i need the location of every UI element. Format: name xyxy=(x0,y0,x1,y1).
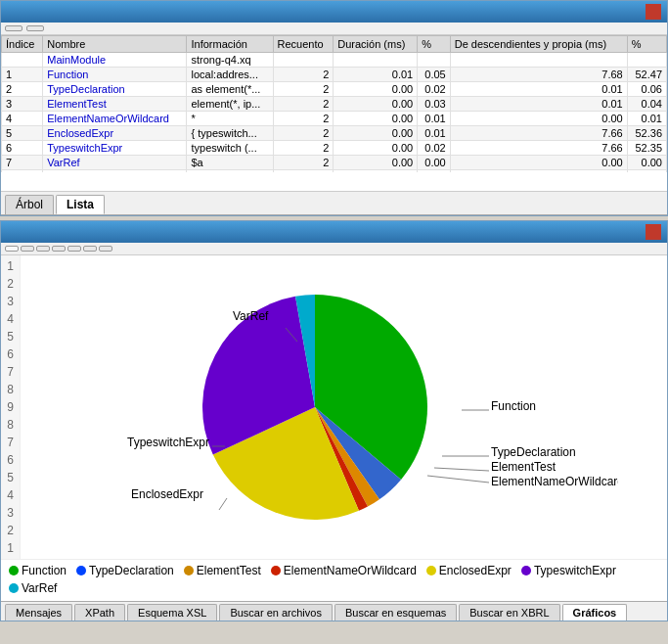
cell-duracion: 0.00 xyxy=(334,126,418,141)
col-desc: De descendientes y propia (ms) xyxy=(450,36,627,53)
table-row[interactable]: 3 ElementTest element(*, ip... 2 0.00 0.… xyxy=(2,97,667,112)
cell-pct: 1.78 xyxy=(418,170,451,173)
cell-info: $a xyxy=(187,156,273,170)
left-label: 6 xyxy=(7,347,14,361)
tab-lista[interactable]: Lista xyxy=(56,195,105,214)
volver-button[interactable] xyxy=(99,246,112,252)
grafico-nuevo-button[interactable] xyxy=(5,246,19,252)
left-label: 2 xyxy=(7,277,14,291)
cell-pct2: 26.39 xyxy=(627,170,666,173)
cell-pct: 0.01 xyxy=(418,126,451,141)
cambiar-tipo-button[interactable] xyxy=(36,246,50,252)
table-row[interactable]: 4 ElementNameOrWildcard * 2 0.00 0.01 0.… xyxy=(2,112,667,126)
left-label: 5 xyxy=(7,330,14,344)
tab-arbol[interactable]: Árbol xyxy=(5,195,54,214)
cell-recuento: 2 xyxy=(273,156,334,170)
legend-dot xyxy=(9,583,19,593)
legend-dot xyxy=(271,566,281,575)
table-row[interactable]: 7 VarRef $a 2 0.00 0.00 0.00 0.00 xyxy=(2,156,667,170)
label-typedeclaration: TypeDeclaration xyxy=(491,445,576,459)
left-label: 9 xyxy=(7,400,14,414)
cell-duracion: 0.00 xyxy=(334,97,418,112)
cell-pct2: 52.35 xyxy=(627,141,666,156)
bottom-tab-gráficos[interactable]: Gráficos xyxy=(562,604,628,621)
superposiciones-button[interactable] xyxy=(21,246,34,252)
graficos-close-button[interactable] xyxy=(646,224,661,240)
bottom-tabs-bar: MensajesXPathEsquema XSLBuscar en archiv… xyxy=(1,601,667,621)
cell-index: 5 xyxy=(2,126,43,141)
cell-index: 4 xyxy=(2,112,43,126)
bottom-tab-buscar-en-esquemas[interactable]: Buscar en esquemas xyxy=(334,604,457,621)
cell-pct2: 0.01 xyxy=(627,112,666,126)
table-row[interactable]: 5 EnclosedExpr { typeswitch... 2 0.00 0.… xyxy=(2,126,667,141)
data-table-container: Índice Nombre Información Recuento Durac… xyxy=(1,35,667,192)
cell-duracion: 0.00 xyxy=(334,156,418,170)
close-button[interactable] xyxy=(646,4,661,20)
exportar-button[interactable] xyxy=(5,25,22,31)
left-label: 7 xyxy=(7,436,14,449)
cell-recuento: 2 xyxy=(273,112,334,126)
table-row[interactable]: 1 Function local:addres... 2 0.01 0.05 7… xyxy=(2,68,667,82)
cell-nombre: TypeDeclaration xyxy=(43,82,187,97)
bottom-tab-xpath[interactable]: XPath xyxy=(74,604,125,621)
cell-pct2: 0.06 xyxy=(627,82,666,97)
table-row[interactable]: 6 TypeswitchExpr typeswitch (... 2 0.00 … xyxy=(2,141,667,156)
cell-nombre: ElementTest xyxy=(43,97,187,112)
cell-pct: 0.02 xyxy=(418,82,451,97)
cell-pct xyxy=(418,53,451,68)
chart-toolbar xyxy=(1,243,667,255)
legend-label: EnclosedExpr xyxy=(439,564,512,577)
seleccionar-datos-button[interactable] xyxy=(67,246,81,252)
graficos-title-bar xyxy=(1,221,667,243)
legend-label: TypeDeclaration xyxy=(89,564,174,577)
pie-chart-svg: Function TypeDeclaration ElementTest Ele… xyxy=(70,265,618,549)
cell-pct: 0.03 xyxy=(418,97,451,112)
cell-info: as element(*... xyxy=(187,82,273,97)
legend-dot xyxy=(184,566,194,575)
cell-pct: 0.05 xyxy=(418,68,451,82)
table-row[interactable]: 8 CaseClause case $zip as... 2 0.26 1.78… xyxy=(2,170,667,173)
table-scroll[interactable]: Índice Nombre Información Recuento Durac… xyxy=(1,35,667,172)
cell-nombre: ElementNameOrWildcard xyxy=(43,112,187,126)
exportar-chart-button[interactable] xyxy=(83,246,97,252)
bottom-tab-esquema-xsl[interactable]: Esquema XSL xyxy=(127,604,217,621)
col-indice: Índice xyxy=(2,36,43,53)
bottom-tab-mensajes[interactable]: Mensajes xyxy=(5,604,72,621)
col-pct: % xyxy=(418,36,451,53)
cell-pct2 xyxy=(627,53,666,68)
cell-desc: 0.00 xyxy=(450,156,627,170)
table-row[interactable]: 2 TypeDeclaration as element(*... 2 0.00… xyxy=(2,82,667,97)
connector-elementnameorwildcard xyxy=(427,476,489,483)
bottom-tab-buscar-en-xbrl[interactable]: Buscar en XBRL xyxy=(459,604,559,621)
left-label: 2 xyxy=(7,524,14,537)
legend-dot xyxy=(426,566,436,575)
left-label: 4 xyxy=(7,488,14,502)
cell-desc: 3.86 xyxy=(450,170,627,173)
legend-item: EnclosedExpr xyxy=(426,564,512,577)
cell-recuento: 2 xyxy=(273,82,334,97)
cell-nombre: TypeswitchExpr xyxy=(43,141,187,156)
cell-desc: 7.66 xyxy=(450,141,627,156)
grafico-button[interactable] xyxy=(26,25,44,31)
cell-pct2: 0.04 xyxy=(627,97,666,112)
cell-index: 8 xyxy=(2,170,43,173)
table-row[interactable]: MainModule strong-q4.xq xyxy=(2,53,667,68)
cell-info: local:addres... xyxy=(187,68,273,82)
left-label: 6 xyxy=(7,453,14,467)
col-pct2: % xyxy=(627,36,666,53)
cell-desc: 0.00 xyxy=(450,112,627,126)
label-typeswitchexpr: TypeswitchExpr xyxy=(127,436,209,449)
cambiar-aspecto-button[interactable] xyxy=(52,246,66,252)
cell-duracion: 0.00 xyxy=(334,112,418,126)
bottom-tab-buscar-en-archivos[interactable]: Buscar en archivos xyxy=(219,604,333,621)
left-label: 8 xyxy=(7,418,14,432)
cell-duracion: 0.00 xyxy=(334,141,418,156)
legend-item: Function xyxy=(9,564,67,577)
cell-pct: 0.02 xyxy=(418,141,451,156)
cell-duracion: 0.26 xyxy=(334,170,418,173)
label-varref: VarRef xyxy=(233,309,269,323)
legend-item: ElementTest xyxy=(184,564,261,577)
label-function: Function xyxy=(491,399,536,413)
data-table: Índice Nombre Información Recuento Durac… xyxy=(1,35,667,172)
cell-info: { typeswitch... xyxy=(187,126,273,141)
